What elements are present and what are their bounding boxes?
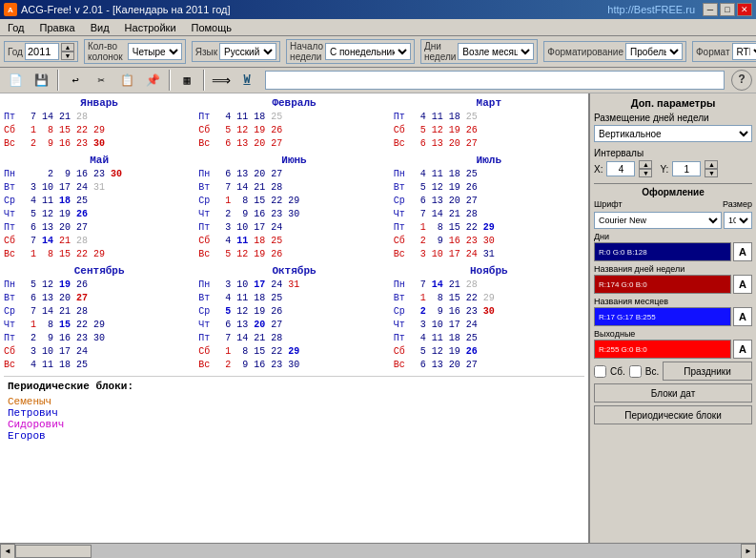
weekdays-a-btn[interactable]: A	[733, 275, 752, 294]
placement-select[interactable]: Вертикальное	[594, 125, 752, 142]
weekdays-group: Названия дней недели R:174 G:0 B:0 A	[594, 264, 752, 294]
year-label: Год	[8, 47, 23, 57]
x-label: X:	[594, 164, 603, 175]
month-may: Май Пн29162330 Вт310172431 Ср4111825 Чт5…	[4, 155, 194, 261]
month-name-may: Май	[4, 155, 194, 166]
holidays-button[interactable]: Праздники	[663, 362, 752, 381]
holidays-color-btn[interactable]: R:255 G:0 B:0	[594, 340, 731, 359]
menu-year[interactable]: Год	[4, 21, 29, 34]
x-input[interactable]	[606, 161, 635, 176]
maximize-button[interactable]: □	[720, 3, 735, 16]
cols-select[interactable]: Четыре	[128, 43, 182, 60]
month-february: Февраль Пт4111825 Сб5121926 Вс6132027	[198, 97, 389, 151]
week-start-select[interactable]: С понедельника	[325, 43, 411, 60]
menu-edit[interactable]: Правка	[36, 21, 79, 34]
menu-bar: Год Правка Вид Настройки Помощь	[0, 19, 756, 36]
sep2	[169, 70, 171, 91]
person-sidorovich: Сидорович	[8, 419, 581, 430]
month-september: Сентябрь Пн5121926 Вт6132027 Ср7142128 Ч…	[4, 265, 194, 372]
main-area: Январь Пт7142128 Сб18152229 Вс29162330 Ф…	[0, 93, 756, 543]
y-label: Y:	[660, 164, 668, 175]
lang-select[interactable]: Русский	[219, 43, 276, 60]
person-semonych: Семеныч	[8, 396, 581, 407]
months-a-btn[interactable]: A	[733, 307, 752, 326]
close-button[interactable]: ✕	[737, 3, 752, 16]
hscroll-right-btn[interactable]: ▶	[741, 544, 756, 559]
lang-label: Язык	[195, 47, 217, 57]
address-bar	[265, 71, 725, 90]
year-up-btn[interactable]: ▲	[61, 43, 74, 52]
copy-btn[interactable]: 📋	[115, 70, 138, 91]
font-select[interactable]: Courier New	[594, 212, 722, 229]
days-a-btn[interactable]: A	[733, 242, 752, 261]
month-january: Январь Пт7142128 Сб18152229 Вс29162330	[4, 97, 194, 151]
periodic-title: Периодические блоки:	[8, 381, 581, 392]
hscroll-track[interactable]	[15, 544, 741, 559]
menu-view[interactable]: Вид	[87, 21, 113, 34]
holidays-label: Выходные	[594, 329, 752, 339]
person-petrovich: Петрович	[8, 407, 581, 419]
new-btn[interactable]: 📄	[4, 70, 27, 91]
type-select[interactable]: RTF	[732, 43, 756, 60]
calendar-area: Январь Пт7142128 Сб18152229 Вс29162330 Ф…	[0, 93, 589, 543]
days-color-btn[interactable]: R:0 G:0 B:128	[594, 242, 731, 261]
month-name-oct: Октябрь	[198, 265, 389, 277]
url-label: http://BestFREE.ru	[607, 4, 695, 15]
window-title: ACG-Free! v 2.01 - [Календарь на 2011 го…	[21, 4, 231, 15]
placement-group: Размещение дней недели Вертикальное	[594, 113, 752, 142]
table-btn[interactable]: ▦	[175, 70, 198, 91]
days-label: Дни	[594, 232, 752, 241]
month-name-mar: Март	[394, 97, 584, 109]
y-input[interactable]	[672, 161, 701, 176]
sun-checkbox[interactable]	[629, 365, 642, 378]
menu-help[interactable]: Помощь	[188, 21, 236, 34]
month-july: Июль Пн4111825 Вт5121926 Ср6132027 Чт714…	[394, 155, 584, 261]
hscroll-left-btn[interactable]: ◀	[0, 544, 15, 559]
month-name-jan: Январь	[4, 97, 194, 109]
type-label: Формат	[696, 47, 730, 57]
months-color-btn[interactable]: R:17 G:17 B:255	[594, 307, 731, 326]
hscroll-thumb[interactable]	[15, 545, 92, 558]
undo-btn[interactable]: ↩	[64, 70, 87, 91]
periodic-blocks-button[interactable]: Периодические блоки	[594, 405, 752, 424]
word-btn[interactable]: W	[235, 70, 258, 91]
weekdays-color-btn[interactable]: R:174 G:0 B:0	[594, 275, 731, 294]
months-label: Названия месяцев	[594, 297, 752, 306]
x-up-btn[interactable]: ▲	[639, 160, 652, 169]
holidays-a-btn[interactable]: A	[733, 340, 752, 359]
month-name-nov: Ноябрь	[394, 265, 584, 277]
month-november: Ноябрь Пн7142128 Вт18152229 Ср29162330 Ч…	[394, 265, 584, 372]
minimize-button[interactable]: ─	[703, 3, 718, 16]
week-days-label: Дни недели	[424, 41, 456, 62]
size-select[interactable]: 10	[724, 212, 752, 229]
format-select[interactable]: Пробелы	[625, 43, 683, 60]
year-down-btn[interactable]: ▼	[61, 52, 74, 60]
holidays-color-label: R:255 G:0 B:0	[599, 345, 647, 354]
paste-btn[interactable]: 📌	[141, 70, 164, 91]
y-down-btn[interactable]: ▼	[705, 169, 718, 177]
sep1	[57, 70, 59, 91]
date-blocks-button[interactable]: Блоки дат	[594, 383, 752, 403]
month-name-sep: Сентябрь	[4, 265, 194, 277]
x-spin: ▲ ▼	[639, 160, 652, 177]
year-input[interactable]	[25, 43, 59, 60]
month-march: Март Пт4111825 Сб5121926 Вс6132027	[394, 97, 584, 151]
cols-label: Кол-во колонок	[88, 41, 126, 62]
save-btn[interactable]: 💾	[30, 70, 52, 91]
menu-settings[interactable]: Настройки	[121, 21, 180, 34]
months-color-label: R:17 G:17 B:255	[599, 313, 656, 321]
arrow-btn[interactable]: ⟹	[210, 70, 233, 91]
cut-btn[interactable]: ✂	[90, 70, 112, 91]
x-down-btn[interactable]: ▼	[639, 169, 652, 177]
format-label: Форматирование	[547, 47, 623, 57]
week-days-select[interactable]: Возле месяцев	[458, 43, 534, 60]
toolbar: Год ▲ ▼ Кол-во колонок Четыре Язык Русск…	[0, 36, 756, 68]
sat-checkbox[interactable]	[594, 365, 606, 378]
sat-sun-row: Сб. Вс. Праздники	[594, 362, 752, 381]
intervals-label: Интервалы	[594, 148, 752, 158]
weekdays-color-label: R:174 G:0 B:0	[599, 280, 647, 289]
help-btn[interactable]: ?	[731, 70, 752, 91]
font-label: Шрифт	[594, 199, 719, 209]
title-bar: A ACG-Free! v 2.01 - [Календарь на 2011 …	[0, 0, 756, 19]
y-up-btn[interactable]: ▲	[705, 160, 718, 169]
